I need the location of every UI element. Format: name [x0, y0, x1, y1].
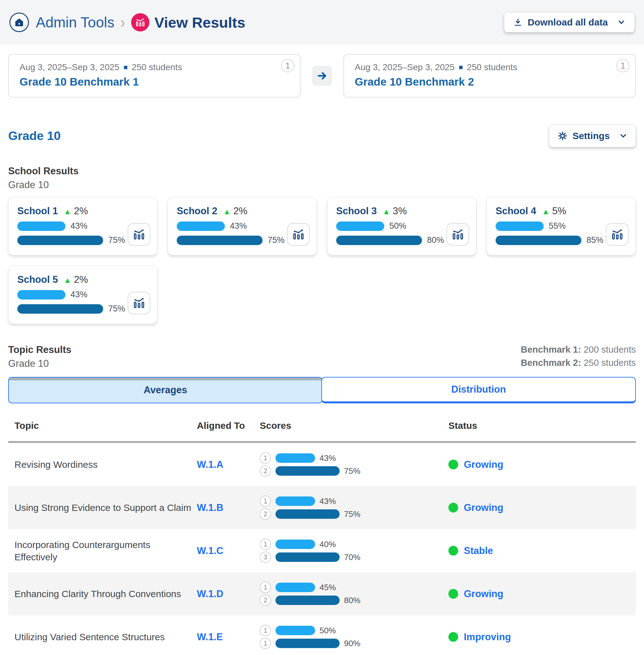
school-name: School 5 — [17, 274, 58, 285]
view-results-icon — [131, 13, 150, 31]
benchmark1-bar — [275, 626, 315, 635]
download-all-data-button[interactable]: Download all data — [504, 12, 635, 32]
benchmark-card-from[interactable]: Aug 3, 2025–Sep 3, 2025 250 students Gra… — [8, 54, 301, 97]
status-link[interactable]: Improving — [464, 631, 511, 643]
school-card: School 5 ▲ 2% 43% 75% — [8, 266, 158, 324]
benchmark2-badge: 2 — [260, 465, 271, 477]
benchmark2-bar — [275, 509, 340, 519]
school-chart-icon-button[interactable] — [287, 223, 310, 246]
up-triangle-icon: ▲ — [223, 207, 231, 216]
benchmark1-value: 50% — [389, 221, 406, 231]
benchmark2-bar — [275, 639, 340, 648]
breadcrumb-chevron-icon: › — [120, 14, 125, 30]
school-change: 5% — [552, 205, 566, 217]
grade-heading: Grade 10 — [8, 129, 61, 143]
topic-cell: Revising Wordiness — [8, 458, 197, 471]
benchmark2-bar — [496, 235, 581, 245]
benchmark-student-counts: Benchmark 1: 200 students Benchmark 2: 2… — [521, 343, 636, 369]
chevron-down-icon — [617, 18, 625, 26]
up-triangle-icon: ▲ — [64, 207, 71, 216]
column-header-aligned: Aligned To — [197, 420, 260, 431]
school-name: School 1 — [17, 205, 58, 217]
settings-button[interactable]: Settings — [549, 125, 636, 147]
benchmark2-badge: 1 — [260, 638, 271, 649]
benchmark1-badge: 1 — [260, 452, 271, 464]
topic-cell: Using Strong Evidence to Support a Claim — [8, 501, 197, 514]
benchmark1-bar — [17, 222, 65, 231]
benchmark1-bar — [496, 222, 544, 231]
column-header-scores: Scores — [260, 420, 448, 431]
up-triangle-icon: ▲ — [64, 276, 71, 285]
aligned-to-link[interactable]: W.1.C — [197, 545, 223, 556]
settings-button-label: Settings — [573, 131, 610, 141]
square-separator-icon — [459, 66, 463, 69]
benchmark2-bar — [17, 235, 103, 245]
benchmark-number-badge: 1 — [281, 59, 294, 72]
school-chart-icon-button[interactable] — [446, 223, 469, 246]
benchmark2-value: 75% — [108, 235, 125, 245]
status-link[interactable]: Growing — [464, 459, 503, 470]
benchmark1-badge: 1 — [260, 582, 271, 593]
download-button-label: Download all data — [528, 17, 608, 28]
school-results-subheading: Grade 10 — [8, 179, 636, 191]
school-name: School 4 — [496, 205, 536, 217]
status-link[interactable]: Growing — [464, 502, 503, 514]
benchmark2-badge: 2 — [260, 594, 271, 606]
benchmark-meta: Aug 3, 2025–Sep 3, 2025 250 students — [20, 62, 289, 72]
benchmark1-score: 40% — [320, 540, 336, 549]
benchmark1-bar — [275, 453, 315, 463]
chevron-down-icon — [619, 132, 627, 140]
status-link[interactable]: Growing — [464, 588, 503, 600]
benchmark1-score: 43% — [320, 453, 336, 463]
benchmark2-bar — [17, 304, 103, 314]
benchmark1-badge: 1 — [260, 539, 271, 550]
school-change: 3% — [393, 205, 407, 217]
table-row: Revising Wordiness W.1.A 143% 275% Growi… — [8, 443, 636, 486]
tab-distribution-label: Distribution — [451, 384, 506, 395]
school-name: School 2 — [177, 205, 217, 217]
aligned-to-link[interactable]: W.1.E — [197, 631, 223, 642]
benchmark-card-to[interactable]: Aug 3, 2025–Sep 3, 2025 250 students Gra… — [343, 54, 636, 97]
benchmark-title: Grade 10 Benchmark 1 — [20, 75, 289, 88]
school-results-heading: School Results — [8, 165, 636, 177]
benchmark1-note-label: Benchmark 1: — [521, 344, 581, 355]
aligned-to-link[interactable]: W.1.B — [197, 502, 223, 513]
benchmark2-value: 80% — [427, 235, 444, 245]
home-icon[interactable] — [9, 13, 29, 32]
download-icon — [513, 18, 523, 27]
topic-cell: Incorporating Counterarguments Effective… — [8, 539, 197, 563]
aligned-to-link[interactable]: W.1.D — [197, 588, 223, 599]
benchmark1-note-value: 200 students — [584, 344, 636, 355]
compare-arrow-button[interactable] — [312, 66, 332, 86]
status-dot-icon — [448, 503, 458, 513]
school-chart-icon-button[interactable] — [128, 292, 150, 314]
aligned-to-link[interactable]: W.1.A — [197, 459, 223, 470]
benchmark1-bar — [275, 583, 315, 592]
breadcrumb-admin-tools[interactable]: Admin Tools — [36, 14, 114, 31]
benchmark2-value: 85% — [586, 235, 603, 245]
benchmark1-bar — [275, 496, 315, 506]
benchmark2-bar — [177, 235, 262, 245]
status-dot-icon — [448, 460, 458, 469]
up-triangle-icon: ▲ — [382, 207, 390, 216]
benchmark2-note-label: Benchmark 2: — [521, 358, 581, 368]
benchmark1-score: 50% — [320, 626, 336, 635]
benchmark1-score: 45% — [320, 583, 336, 592]
benchmark2-bar — [275, 595, 340, 605]
benchmark-date-range: Aug 3, 2025–Sep 3, 2025 — [355, 62, 455, 72]
school-chart-icon-button[interactable] — [128, 223, 150, 246]
school-name: School 3 — [336, 205, 377, 217]
tab-averages-label: Averages — [144, 384, 187, 396]
tab-distribution[interactable]: Distribution — [321, 377, 636, 403]
benchmark1-bar — [275, 540, 315, 549]
school-card: School 1 ▲ 2% 43% 75% — [8, 197, 158, 255]
school-chart-icon-button[interactable] — [606, 223, 628, 246]
benchmark2-score: 75% — [344, 509, 360, 519]
school-change: 2% — [74, 205, 88, 217]
benchmark2-badge: 3 — [260, 551, 271, 563]
topic-cell: Utilizing Varied Sentence Structures — [8, 631, 197, 643]
tab-averages[interactable]: Averages — [8, 377, 323, 403]
benchmark1-value: 43% — [70, 221, 87, 231]
status-link[interactable]: Stable — [464, 545, 493, 557]
topic-results-heading: Topic Results — [8, 344, 71, 356]
